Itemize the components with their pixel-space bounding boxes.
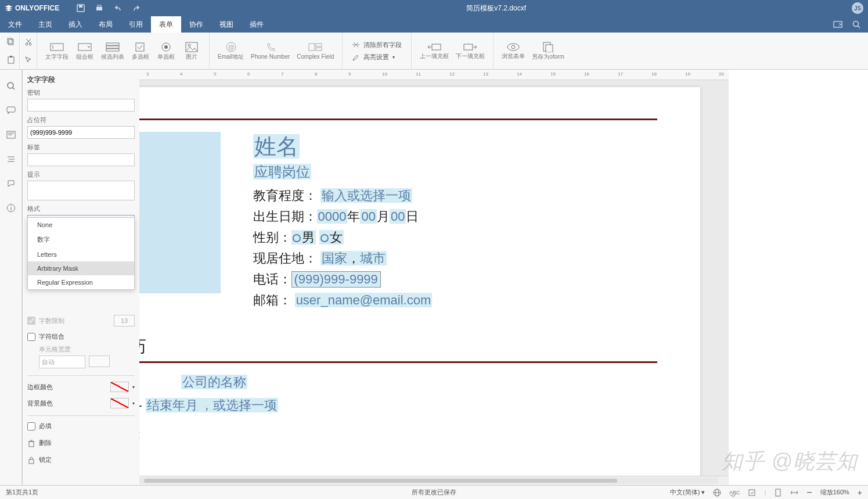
svg-line-36 xyxy=(13,88,15,89)
tab-view[interactable]: 视图 xyxy=(211,16,242,33)
day-field[interactable]: 00 xyxy=(390,209,406,224)
tab-references[interactable]: 引用 xyxy=(121,16,151,33)
country-field[interactable]: 国家 xyxy=(322,251,347,265)
next-field-button[interactable]: 下一填充框 xyxy=(452,40,488,62)
name-field[interactable]: 姓名 xyxy=(253,134,300,159)
format-option-mask[interactable]: Arbitrary Mask xyxy=(28,261,134,275)
required-checkbox[interactable] xyxy=(27,422,35,430)
year-field[interactable]: 0000 xyxy=(317,209,348,224)
svg-rect-16 xyxy=(106,43,119,45)
delete-button[interactable]: 删除 xyxy=(27,439,135,447)
user-avatar[interactable]: JS xyxy=(852,2,863,14)
char-group-checkbox[interactable] xyxy=(27,333,35,341)
search-icon[interactable] xyxy=(852,20,861,29)
key-input[interactable] xyxy=(27,99,135,112)
border-color-swatch[interactable] xyxy=(110,382,129,392)
char-limit-value: 13 xyxy=(114,315,135,326)
svg-rect-18 xyxy=(106,49,119,51)
status-bar: 第1页共1页 所有更改已保存 中文(简体) ▾ ABC | − 缩放160% + xyxy=(0,485,868,499)
phone-field[interactable]: (999)999-9999 xyxy=(291,271,381,288)
position-field[interactable]: 应聘岗位 xyxy=(253,164,311,180)
fit-width-icon[interactable] xyxy=(790,489,798,497)
image-field-button[interactable]: 图片 xyxy=(179,40,204,62)
phone-field-button[interactable]: Phone Number xyxy=(247,40,293,62)
language-selector[interactable]: 中文(简体) ▾ xyxy=(670,488,705,497)
zoom-out-button[interactable]: − xyxy=(806,487,812,498)
spellcheck-icon[interactable]: ABC xyxy=(729,489,740,497)
birth-label: 出生日期： xyxy=(253,209,317,224)
track-changes-icon[interactable] xyxy=(748,489,756,497)
tab-insert[interactable]: 插入 xyxy=(60,16,91,33)
month-field[interactable]: 00 xyxy=(360,209,376,224)
page-count[interactable]: 第1页共1页 xyxy=(6,488,38,497)
tab-forms[interactable]: 表单 xyxy=(151,16,181,33)
comments-icon[interactable] xyxy=(6,106,16,115)
end-date-field[interactable]: 结束年月 xyxy=(146,398,199,412)
tab-plugins[interactable]: 插件 xyxy=(242,16,272,33)
bg-color-label: 背景颜色 xyxy=(27,399,53,408)
tag-label: 标签 xyxy=(27,143,135,152)
prev-field-button[interactable]: 上一填充框 xyxy=(416,40,452,62)
zoom-in-button[interactable]: + xyxy=(858,488,862,497)
select-icon[interactable] xyxy=(24,56,33,64)
checkbox-button[interactable]: 多选框 xyxy=(128,40,153,62)
scrollbar-thumb[interactable] xyxy=(144,479,617,483)
headings-icon[interactable] xyxy=(6,130,16,139)
complex-field-button[interactable]: Complex Field xyxy=(293,40,337,62)
lock-button[interactable]: 锁定 xyxy=(27,455,135,464)
clear-all-fields-button[interactable]: 清除所有字段 xyxy=(352,41,402,49)
forms-toolbar: 文字字段 组合框 候选列表 多选框 单选框 图片 @Email地址 Phone … xyxy=(0,33,868,70)
tab-home[interactable]: 主页 xyxy=(30,16,60,33)
tab-collab[interactable]: 协作 xyxy=(181,16,211,33)
or-select-field[interactable]: ，或选择一项 xyxy=(199,398,278,412)
paste-icon[interactable] xyxy=(7,56,15,64)
radio-female[interactable] xyxy=(320,234,329,242)
format-option-letters[interactable]: Letters xyxy=(28,247,134,261)
email-field[interactable]: user_name@email.com xyxy=(295,293,433,307)
format-dropdown: None 数字 Letters Arbitrary Mask Regular E… xyxy=(27,217,135,290)
format-label: 格式 xyxy=(27,205,135,213)
radio-button[interactable]: 单选框 xyxy=(153,40,179,62)
navigation-icon[interactable] xyxy=(6,155,16,164)
find-icon[interactable] xyxy=(6,81,16,91)
about-icon[interactable] xyxy=(6,203,16,213)
svg-rect-13 xyxy=(51,44,63,51)
format-option-none[interactable]: None xyxy=(28,218,134,232)
combo-box-button[interactable]: 组合框 xyxy=(72,40,98,62)
copy-icon[interactable] xyxy=(7,38,15,46)
view-form-button[interactable]: 浏览表单 xyxy=(498,40,528,62)
feedback-icon[interactable] xyxy=(6,179,16,188)
svg-rect-2 xyxy=(96,7,102,10)
tip-input[interactable] xyxy=(27,181,135,200)
highlight-settings-button[interactable]: 高亮设置 ▾ xyxy=(352,53,402,62)
svg-point-5 xyxy=(853,21,859,27)
fit-page-icon[interactable] xyxy=(774,489,782,497)
save-icon[interactable] xyxy=(77,4,85,12)
tag-input[interactable] xyxy=(27,153,135,166)
format-option-regex[interactable]: Regular Expression xyxy=(28,275,134,289)
format-option-digits[interactable]: 数字 xyxy=(28,232,134,247)
open-location-icon[interactable] xyxy=(833,20,842,29)
undo-icon[interactable] xyxy=(114,4,122,12)
zoom-level[interactable]: 缩放160% xyxy=(820,488,849,497)
company-field[interactable]: 公司的名称 xyxy=(181,375,247,389)
email-field-button[interactable]: @Email地址 xyxy=(214,40,247,62)
save-status: 所有更改已保存 xyxy=(412,488,456,497)
svg-point-35 xyxy=(8,82,13,88)
sex-label: 性别： xyxy=(253,230,291,245)
radio-male[interactable] xyxy=(293,234,301,242)
tab-file[interactable]: 文件 xyxy=(0,16,30,33)
globe-icon[interactable] xyxy=(713,489,721,497)
redo-icon[interactable] xyxy=(132,4,141,12)
placeholder-input[interactable] xyxy=(27,126,135,139)
dropdown-button[interactable]: 候选列表 xyxy=(98,40,128,62)
tab-layout[interactable]: 布局 xyxy=(91,16,121,33)
bg-color-swatch[interactable] xyxy=(110,398,129,408)
edu-field[interactable]: 输入或选择一项 xyxy=(320,188,412,203)
char-limit-checkbox xyxy=(27,317,35,325)
city-field[interactable]: 城市 xyxy=(360,251,386,265)
save-oform-button[interactable]: 另存为oform xyxy=(528,40,568,62)
text-field-button[interactable]: 文字字段 xyxy=(42,40,72,62)
cut-icon[interactable] xyxy=(24,38,33,46)
print-icon[interactable] xyxy=(95,4,103,12)
